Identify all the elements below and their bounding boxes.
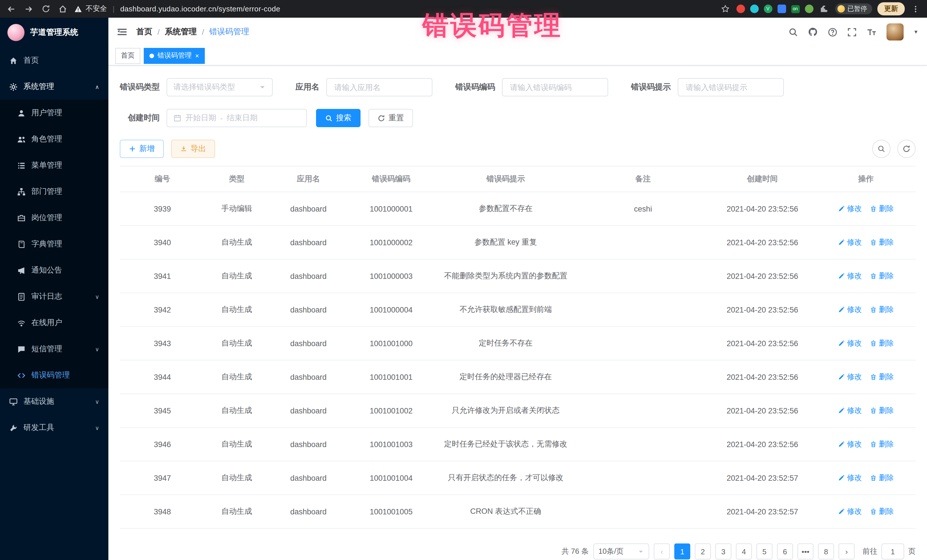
date-range-picker[interactable]: 开始日期 - 结束日期 xyxy=(167,109,307,127)
delete-link[interactable]: 删除 xyxy=(870,405,894,416)
page-ellipsis[interactable]: ••• xyxy=(798,543,813,559)
browser-back-icon[interactable] xyxy=(6,3,17,15)
extension-icon-vue-devtools[interactable]: V xyxy=(764,5,772,13)
puzzle-extensions-icon[interactable] xyxy=(818,3,830,15)
prev-page-button[interactable]: ‹ xyxy=(654,543,670,559)
sidebar-item-infrastructure[interactable]: 基础设施∨ xyxy=(0,389,108,414)
cell-type: 自动生成 xyxy=(205,259,269,293)
page-button-3[interactable]: 3 xyxy=(715,543,731,559)
sidebar-item-post-management[interactable]: 岗位管理 xyxy=(0,205,108,231)
edit-link[interactable]: 修改 xyxy=(838,203,862,214)
extension-icon-switch[interactable]: on xyxy=(791,5,799,13)
page-button-1[interactable]: 1 xyxy=(674,543,690,559)
github-icon[interactable] xyxy=(808,27,818,37)
chrome-divider: | xyxy=(112,5,115,13)
extension-icon-record[interactable] xyxy=(736,5,745,13)
app-name-input[interactable] xyxy=(333,82,426,92)
delete-link[interactable]: 删除 xyxy=(870,338,894,348)
export-button[interactable]: 导出 xyxy=(171,140,215,158)
sidebar-item-home[interactable]: 首页 xyxy=(0,47,108,74)
sidebar-item-menu-management[interactable]: 菜单管理 xyxy=(0,152,108,179)
delete-link[interactable]: 删除 xyxy=(870,473,894,483)
edit-link[interactable]: 修改 xyxy=(838,338,862,348)
cell-id: 3948 xyxy=(120,495,205,528)
refresh-table-button[interactable] xyxy=(897,140,916,158)
sidebar-item-label: 岗位管理 xyxy=(31,213,99,223)
edit-link[interactable]: 修改 xyxy=(838,372,862,382)
help-icon[interactable] xyxy=(828,27,837,37)
sidebar-item-role-management[interactable]: 角色管理 xyxy=(0,126,108,152)
extension-icon-grid[interactable] xyxy=(777,5,786,13)
delete-icon xyxy=(870,273,877,279)
page-button-6[interactable]: 6 xyxy=(777,543,793,559)
edit-link[interactable]: 修改 xyxy=(838,439,862,449)
error-code-input[interactable] xyxy=(509,82,601,92)
edit-link[interactable]: 修改 xyxy=(838,271,862,281)
chrome-update-button[interactable]: 更新 xyxy=(877,2,905,15)
sidebar-item-dept-management[interactable]: 部门管理 xyxy=(0,179,108,205)
page-button-2[interactable]: 2 xyxy=(695,543,711,559)
edit-link[interactable]: 修改 xyxy=(838,305,862,315)
add-button[interactable]: 新增 xyxy=(120,140,164,158)
page-button-8[interactable]: 8 xyxy=(818,543,834,559)
delete-link[interactable]: 删除 xyxy=(870,237,894,247)
browser-home-icon[interactable] xyxy=(57,3,68,15)
fullscreen-icon[interactable] xyxy=(847,27,857,37)
reset-button[interactable]: 重置 xyxy=(369,109,413,127)
browser-forward-icon[interactable] xyxy=(23,3,34,15)
edit-link[interactable]: 修改 xyxy=(838,237,862,247)
sidebar-item-system-management[interactable]: 系统管理∧ xyxy=(0,74,108,100)
close-icon[interactable]: × xyxy=(195,52,199,59)
browser-reload-icon[interactable] xyxy=(40,3,51,15)
page-button-5[interactable]: 5 xyxy=(757,543,772,559)
profile-paused-badge[interactable]: 已暂停 xyxy=(835,3,872,14)
sidebar-item-online-user[interactable]: 在线用户 xyxy=(0,310,108,336)
table-row: 3948自动生成dashboard1001001005CRON 表达式不正确20… xyxy=(120,495,916,528)
delete-link[interactable]: 删除 xyxy=(870,372,894,382)
delete-link[interactable]: 删除 xyxy=(870,203,894,214)
sidebar-item-notice[interactable]: 通知公告 xyxy=(0,257,108,284)
sidebar-item-audit-log[interactable]: 审计日志∨ xyxy=(0,284,108,310)
error-type-select[interactable]: 请选择错误码类型 xyxy=(167,78,273,96)
page-button-4[interactable]: 4 xyxy=(736,543,752,559)
refresh-icon xyxy=(378,114,385,122)
edit-link[interactable]: 修改 xyxy=(838,473,862,483)
cell-type: 自动生成 xyxy=(205,293,269,326)
pagination: 共 76 条 10条/页 ‹ 123456•••8 › 前往 页 xyxy=(120,543,916,559)
sidebar-item-error-code-management[interactable]: 错误码管理 xyxy=(0,362,108,389)
sidebar-item-dict-management[interactable]: 字典管理 xyxy=(0,231,108,257)
delete-link[interactable]: 删除 xyxy=(870,439,894,449)
page-size-select[interactable]: 10条/页 xyxy=(593,543,649,559)
breadcrumb-home[interactable]: 首页 xyxy=(136,27,152,37)
edit-link[interactable]: 修改 xyxy=(838,506,862,517)
sidebar-item-user-management[interactable]: 用户管理 xyxy=(0,100,108,126)
app-logo[interactable]: 芋道管理系统 xyxy=(0,18,108,47)
toggle-search-button[interactable] xyxy=(872,140,891,158)
tab-error-code[interactable]: 错误码管理× xyxy=(144,48,205,64)
edit-link[interactable]: 修改 xyxy=(838,405,862,416)
delete-link[interactable]: 删除 xyxy=(870,271,894,281)
goto-page-input[interactable] xyxy=(881,543,904,559)
user-avatar[interactable] xyxy=(886,23,904,41)
address-bar[interactable]: dashboard.yudao.iocoder.cn/system/error-… xyxy=(120,5,280,13)
breadcrumb-system[interactable]: 系统管理 xyxy=(165,27,197,37)
extension-icon-leaf[interactable] xyxy=(805,5,813,13)
next-page-button[interactable]: › xyxy=(839,543,854,559)
search-icon[interactable] xyxy=(789,27,798,37)
chrome-menu-icon[interactable] xyxy=(910,3,921,15)
security-indicator[interactable]: 不安全 xyxy=(74,4,107,14)
sidebar-item-sms-management[interactable]: 短信管理∨ xyxy=(0,336,108,362)
error-hint-input[interactable] xyxy=(685,82,777,92)
search-button[interactable]: 搜索 xyxy=(316,109,360,127)
cell-code: 1001001003 xyxy=(348,427,434,461)
filter-row-2: 创建时间 开始日期 - 结束日期 搜索 重置 xyxy=(120,109,916,127)
tab-home[interactable]: 首页 xyxy=(115,48,140,64)
sidebar-toggle[interactable] xyxy=(117,27,127,37)
delete-link[interactable]: 删除 xyxy=(870,305,894,315)
font-size-icon[interactable] xyxy=(866,27,877,37)
delete-link[interactable]: 删除 xyxy=(870,506,894,517)
chevron-down-icon[interactable]: ▼ xyxy=(913,29,918,35)
bookmark-star-icon[interactable] xyxy=(720,3,731,15)
extension-icon-picker[interactable] xyxy=(750,5,758,13)
sidebar-item-dev-tools[interactable]: 研发工具∨ xyxy=(0,414,108,441)
